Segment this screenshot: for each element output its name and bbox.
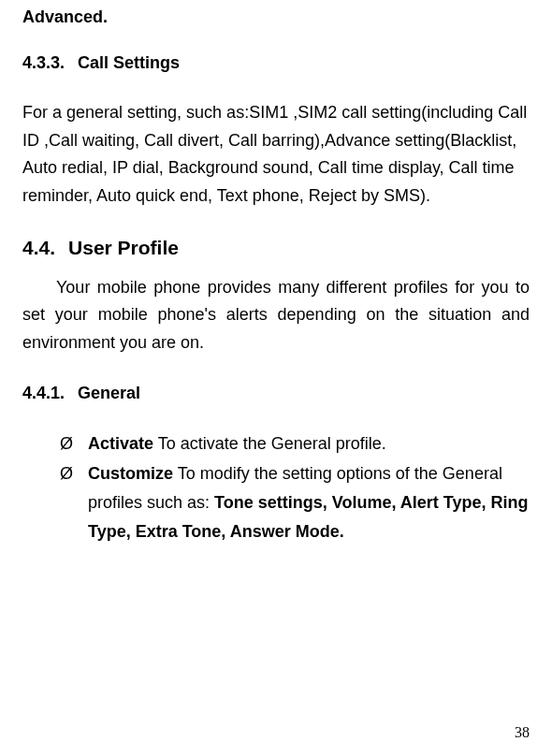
page-number: 38 (515, 724, 530, 741)
heading-4-3-3: 4.3.3.Call Settings (22, 53, 530, 73)
heading-4-4-title: User Profile (68, 237, 179, 258)
list-item-text: To activate the General profile. (153, 434, 386, 453)
heading-4-4-number: 4.4. (22, 237, 55, 258)
heading-4-3-3-title: Call Settings (78, 53, 180, 72)
bullet-icon: Ø (60, 459, 73, 488)
heading-4-3-3-number: 4.3.3. (22, 53, 65, 72)
list-item-bold: Activate (88, 434, 153, 453)
paragraph-4-4: Your mobile phone provides many differen… (22, 274, 530, 357)
heading-4-4: 4.4.User Profile (22, 237, 530, 259)
heading-4-4-1: 4.4.1.General (22, 384, 530, 403)
list-item: Ø Activate To activate the General profi… (60, 429, 530, 458)
heading-4-4-1-title: General (78, 384, 140, 402)
list-4-4-1: Ø Activate To activate the General profi… (22, 429, 530, 545)
heading-4-4-1-number: 4.4.1. (22, 384, 65, 402)
list-item-bold: Customize (88, 464, 173, 483)
bullet-icon: Ø (60, 429, 73, 458)
paragraph-4-3-3: For a general setting, such as:SIM1 ,SIM… (22, 99, 530, 211)
heading-advanced: Advanced. (22, 7, 530, 27)
list-item: Ø Customize To modify the setting option… (60, 459, 530, 545)
